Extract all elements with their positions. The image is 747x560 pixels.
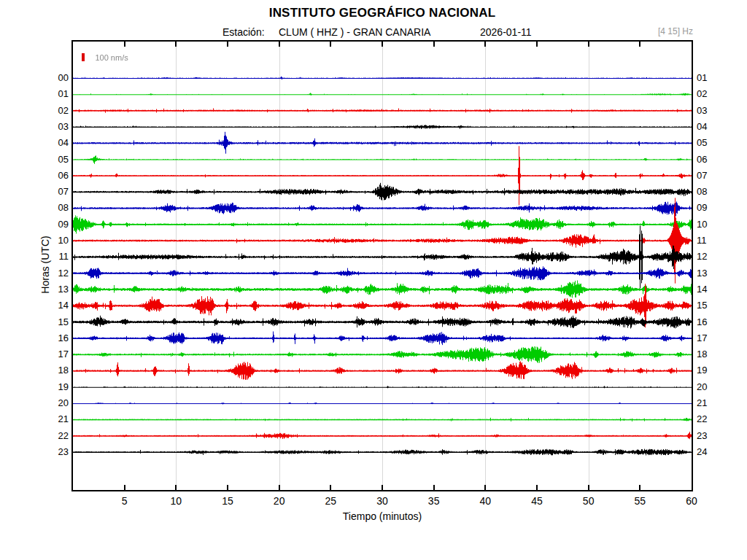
hour-label-right: 08 (697, 187, 721, 197)
hour-label-left: 08 (44, 203, 69, 213)
x-tick-label: 20 (266, 495, 293, 507)
record-date: 2026-01-11 (480, 26, 532, 38)
x-tick-label: 30 (369, 495, 395, 507)
x-tick-label: 55 (627, 495, 653, 507)
hour-label-right: 11 (697, 236, 721, 246)
hour-label-right: 04 (697, 122, 721, 132)
hour-label-left: 06 (44, 171, 69, 181)
hour-label-left: 22 (44, 431, 69, 441)
hour-label-left: 07 (44, 187, 69, 197)
x-tick-label: 25 (317, 495, 344, 507)
hour-label-left: 01 (44, 89, 69, 99)
hour-label-right: 22 (697, 414, 721, 424)
hour-label-right: 21 (697, 398, 721, 408)
hour-label-right: 12 (697, 252, 721, 262)
hour-label-right: 19 (697, 365, 721, 376)
station-value: CLUM ( HHZ ) - GRAN CANARIA (279, 26, 430, 38)
helicorder-canvas (73, 42, 692, 490)
hour-label-right: 01 (697, 73, 721, 83)
hour-label-left: 09 (44, 219, 69, 230)
hour-label-right: 06 (697, 155, 721, 165)
plot-frame: 100 nm/s (71, 40, 693, 491)
amplitude-scale-legend: 100 nm/s (82, 50, 128, 61)
hour-label-right: 10 (697, 219, 721, 230)
x-tick-label: 15 (214, 495, 241, 507)
hour-label-left: 05 (44, 155, 69, 165)
station-label: Estación: (222, 26, 265, 38)
helicorder-page: INSTITUTO GEOGRÁFICO NACIONAL Estación: … (0, 0, 747, 560)
hour-label-right: 07 (697, 171, 721, 181)
hour-label-left: 18 (44, 365, 69, 376)
hour-label-left: 15 (44, 317, 69, 327)
x-tick-label: 45 (524, 495, 550, 507)
filter-band-label: [4 15] Hz (605, 26, 693, 36)
hour-label-left: 00 (44, 73, 69, 83)
x-tick-label: 10 (163, 495, 189, 507)
hour-label-left: 16 (44, 333, 69, 343)
hour-label-left: 03 (44, 122, 69, 132)
hour-label-right: 16 (697, 317, 721, 327)
hour-label-right: 24 (697, 447, 721, 457)
x-axis-title: Tiempo (minutos) (73, 510, 692, 522)
hour-label-right: 03 (697, 106, 721, 116)
page-title: INSTITUTO GEOGRÁFICO NACIONAL (73, 6, 692, 20)
x-tick-label: 40 (472, 495, 498, 507)
hour-label-right: 14 (697, 284, 721, 295)
hour-label-right: 17 (697, 333, 721, 343)
hour-label-left: 04 (44, 138, 69, 148)
hour-label-left: 19 (44, 382, 69, 392)
hour-label-right: 05 (697, 138, 721, 148)
hour-label-right: 15 (697, 300, 721, 311)
hour-label-left: 21 (44, 414, 69, 424)
y-axis-title: Horas (UTC) (39, 236, 51, 293)
hour-label-right: 23 (697, 431, 721, 441)
hour-label-right: 09 (697, 203, 721, 213)
hour-label-left: 23 (44, 447, 69, 457)
x-tick-label: 35 (421, 495, 447, 507)
hour-label-left: 02 (44, 106, 69, 116)
hour-label-right: 02 (697, 89, 721, 99)
hour-label-left: 20 (44, 398, 69, 408)
hour-label-right: 13 (697, 268, 721, 279)
scale-marker-icon (82, 53, 85, 61)
hour-label-left: 17 (44, 349, 69, 359)
x-tick-label: 5 (112, 495, 138, 507)
hour-label-left: 14 (44, 300, 69, 311)
x-tick-label: 50 (576, 495, 602, 507)
hour-label-right: 20 (697, 382, 721, 392)
scale-legend-label: 100 nm/s (95, 53, 128, 62)
x-tick-label: 60 (678, 495, 705, 507)
hour-label-right: 18 (697, 349, 721, 359)
